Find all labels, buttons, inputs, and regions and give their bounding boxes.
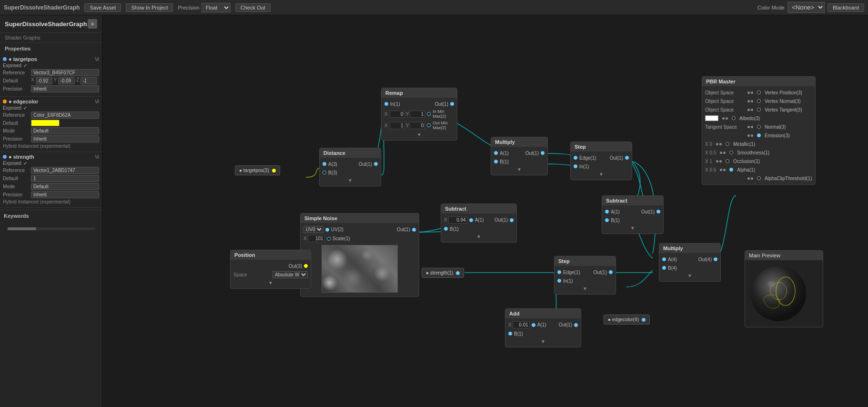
port-pbr-emission	[757, 133, 761, 137]
remap-y1-input[interactable]	[410, 111, 425, 118]
prop-dot-edgecolor	[3, 100, 7, 103]
prop-targetpos: ● targetpos Vi Exposed ✓ Reference Vecto…	[0, 54, 102, 97]
uv-select[interactable]: UV0	[303, 226, 323, 233]
node-header-subtract1: Subtract	[602, 196, 663, 205]
subtract2-val-input[interactable]	[448, 216, 467, 224]
distance-chevron[interactable]: ▼	[320, 177, 381, 184]
add-graph-button[interactable]: +	[88, 19, 97, 29]
position-chevron[interactable]: ▼	[231, 279, 311, 286]
dot2	[751, 92, 753, 94]
port-pbr-alpha	[729, 168, 733, 172]
node-multiply1[interactable]: Multiply A(1) Out(1) B(1)	[491, 137, 548, 175]
port-sub1-a	[605, 210, 609, 214]
node-distance[interactable]: Distance A(3) Out(1) B(3)	[319, 148, 381, 186]
sidebar-scrollthumb[interactable]	[8, 227, 36, 230]
default-val-strength[interactable]: 1	[31, 175, 99, 182]
node-pbr-master[interactable]: PBR Master Object Space Vertex Position(…	[702, 76, 816, 185]
node-step1[interactable]: Step Edge(1) Out(1) In(1)	[570, 142, 632, 180]
multiply2-chevron[interactable]: ▼	[659, 272, 720, 279]
node-edgecolor-ref: ● edgecolor(4)	[604, 315, 650, 325]
port-remap-in1	[384, 102, 388, 106]
color-mode-label: Color Mode	[757, 5, 785, 10]
color-swatch-edgecolor[interactable]	[31, 120, 60, 126]
step2-chevron[interactable]: ▼	[555, 285, 616, 292]
port-step1-out	[625, 156, 629, 160]
y-label: Y	[54, 77, 57, 84]
port-add-out	[574, 323, 578, 327]
step1-chevron[interactable]: ▼	[571, 171, 632, 178]
dot4	[751, 100, 753, 102]
remap-x0-input[interactable]	[390, 111, 405, 118]
node-add[interactable]: Add X A(1) Out(1)	[505, 308, 581, 347]
multiply1-chevron[interactable]: ▼	[491, 166, 547, 173]
add-chevron[interactable]: ▼	[505, 338, 581, 345]
precision-group: Precision Float Half Inherit	[178, 3, 230, 12]
sidebar-header: SuperDissolveShaderGraph +	[0, 15, 102, 33]
add-val-input[interactable]	[513, 321, 530, 328]
subtract1-chevron[interactable]: ▼	[602, 224, 663, 232]
port-pbr-metallic	[726, 142, 729, 146]
prop-strength: ● strength Vi Exposed ✓ Reference Vector…	[0, 152, 102, 208]
graph-title: SuperDissolveShaderGraph	[5, 20, 87, 28]
prec-label-s: Precision	[3, 192, 29, 197]
blackboard-button[interactable]: Blackboard	[828, 3, 864, 12]
z-val-targetpos[interactable]: -1	[81, 77, 97, 84]
node-title-subtract2: Subtract	[445, 206, 466, 212]
x-val-targetpos[interactable]: -0.92	[36, 77, 52, 84]
node-subtract2[interactable]: Subtract X A(1) Out(1)	[441, 204, 517, 243]
node-row-noise-scale: X Scale(1)	[301, 234, 419, 243]
svg-point-2	[751, 266, 806, 321]
node-header-simple-noise: Simple Noise	[301, 214, 419, 223]
pbr-dots-albedo	[722, 117, 728, 120]
y-val-targetpos[interactable]: -0.09	[58, 77, 75, 84]
x-label: X	[31, 77, 34, 84]
port-sub2-b	[444, 227, 448, 231]
remap-y0-input[interactable]	[410, 122, 425, 129]
noise-scale-input[interactable]	[308, 235, 325, 242]
pbr-label-smooth: Smoothness(1)	[737, 150, 769, 155]
dot3	[747, 100, 750, 102]
prop-mode-edgecolor: Mode Default	[3, 127, 99, 134]
show-in-project-button[interactable]: Show In Project	[126, 3, 173, 12]
node-subtract1[interactable]: Subtract A(1) Out(1) B(1)	[602, 195, 664, 234]
subtract2-chevron[interactable]: ▼	[441, 233, 516, 240]
remap-chevron[interactable]: ▼	[382, 131, 457, 138]
node-multiply2[interactable]: Multiply A(4) Out(4) B(4)	[659, 243, 721, 282]
remap-x1-input[interactable]	[390, 122, 405, 129]
dot9	[747, 126, 750, 128]
position-space-select[interactable]: Absolute W	[273, 271, 308, 278]
dot13	[716, 143, 718, 145]
precision-label: Precision	[178, 5, 199, 10]
port-step1-edge	[574, 156, 577, 160]
node-header-step1: Step	[571, 142, 632, 152]
node-step2[interactable]: Step Edge(1) Out(1) In(1)	[554, 256, 616, 295]
save-asset-button[interactable]: Save Asset	[84, 3, 121, 12]
precision-select[interactable]: Float Half Inherit	[202, 3, 231, 12]
checkout-button[interactable]: Check Out	[235, 3, 271, 12]
svg-point-4	[767, 281, 775, 287]
port-mul2-a	[662, 257, 666, 261]
node-remap[interactable]: Remap In(1) Out(1) X	[381, 88, 457, 141]
prop-default-edgecolor: Default	[3, 120, 99, 126]
canvas-area[interactable]: Remap In(1) Out(1) X	[102, 15, 868, 407]
dot21	[747, 177, 750, 180]
node-simple-noise[interactable]: Simple Noise UV0 UV(2) Out(1)	[300, 213, 419, 297]
node-body-subtract2: X A(1) Out(1) B(1) ▼	[441, 214, 516, 242]
port-pbr-occlusion	[726, 159, 729, 163]
exposed-row-strength: Exposed ✓	[3, 161, 99, 166]
node-header-multiply2: Multiply	[659, 244, 720, 253]
node-body-add: X A(1) Out(1) B(1) ▼	[505, 318, 581, 347]
sidebar-scrollbar[interactable]	[7, 227, 95, 230]
pbr-label-verttang: Vertex Tangent(3)	[765, 107, 802, 112]
color-mode-select[interactable]: <None>	[787, 2, 825, 13]
pbr-row-occlusion: X 1 Occlusion(1)	[702, 157, 815, 165]
port-remap-outminmax	[427, 123, 431, 127]
pbr-dots-occlusion	[716, 160, 722, 163]
node-position[interactable]: Position Out(3) Space Absolute W ▼	[230, 250, 311, 289]
port-strength-ref-out	[456, 271, 460, 275]
pbr-row-vertnorm: Object Space Vertex Normal(3)	[702, 97, 815, 105]
node-header-position: Position	[231, 250, 311, 260]
toolbar: SuperDissolveShaderGraph Save Asset Show…	[0, 0, 868, 15]
node-body-multiply2: A(4) Out(4) B(4) ▼	[659, 253, 720, 281]
ref-label: Reference	[3, 70, 29, 75]
